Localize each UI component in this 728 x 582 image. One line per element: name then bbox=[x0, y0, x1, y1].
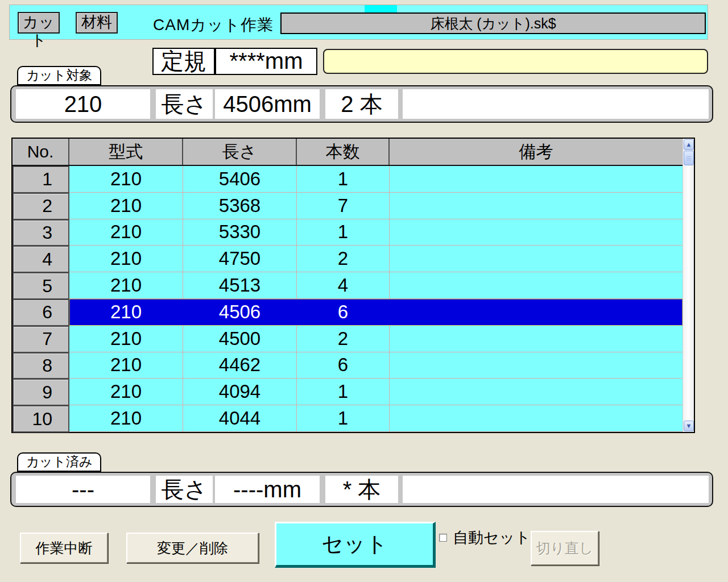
cut-done-length-field: ----mm bbox=[215, 476, 320, 503]
header-length: 長さ bbox=[183, 139, 297, 165]
scrollbar-track[interactable] bbox=[683, 165, 694, 420]
row-length-cell[interactable]: 4750 bbox=[183, 246, 297, 272]
row-number-cell: 2 bbox=[13, 193, 69, 220]
row-number-cell: 10 bbox=[13, 405, 69, 433]
cyan-marker bbox=[365, 5, 397, 13]
title-bar: カット 材料 CAMカット作業 床根太 (カット).sk$ bbox=[9, 5, 708, 40]
row-count-cell[interactable]: 7 bbox=[297, 193, 390, 219]
row-count-cell[interactable]: 6 bbox=[297, 352, 390, 379]
table-row[interactable]: 2 210 5368 7 bbox=[13, 193, 682, 219]
cut-target-label: カット対象 bbox=[17, 66, 101, 85]
row-model-cell[interactable]: 210 bbox=[69, 246, 183, 272]
cut-done-panel: --- 長さ ----mm * 本 bbox=[10, 472, 713, 507]
table-row[interactable]: 6 210 4506 6 bbox=[13, 299, 682, 326]
row-note-cell[interactable] bbox=[390, 219, 682, 246]
row-number-cell: 8 bbox=[13, 352, 69, 380]
row-model-cell[interactable]: 210 bbox=[69, 405, 183, 431]
work-interrupt-button[interactable]: 作業中断 bbox=[20, 533, 108, 563]
row-note-cell[interactable] bbox=[390, 379, 682, 405]
cut-target-model-field: 210 bbox=[16, 89, 150, 119]
row-number-cell: 4 bbox=[13, 246, 69, 273]
cut-done-note-field bbox=[403, 476, 709, 503]
app-title: CAMカット作業 bbox=[153, 14, 274, 36]
table-row[interactable]: 4 210 4750 2 bbox=[13, 246, 682, 272]
row-model-cell[interactable]: 210 bbox=[69, 299, 183, 325]
row-model-cell[interactable]: 210 bbox=[69, 352, 183, 379]
cut-done-label: カット済み bbox=[17, 452, 101, 472]
row-length-cell[interactable]: 4506 bbox=[183, 299, 297, 325]
row-note-cell[interactable] bbox=[390, 299, 682, 325]
cut-mode-button[interactable]: カット bbox=[18, 12, 60, 34]
row-number-cell: 7 bbox=[13, 326, 69, 353]
cut-done-length-label: 長さ bbox=[156, 476, 213, 503]
table-row[interactable]: 8 210 4462 6 bbox=[13, 352, 682, 379]
set-button[interactable]: セット bbox=[275, 522, 436, 568]
scroll-up-icon[interactable]: ▲ bbox=[684, 139, 694, 150]
table-row[interactable]: 5 210 4513 4 bbox=[13, 272, 682, 299]
row-number-cell: 1 bbox=[13, 166, 69, 193]
header-count: 本数 bbox=[297, 139, 390, 165]
row-number-cell: 9 bbox=[13, 379, 69, 406]
row-count-cell[interactable]: 2 bbox=[297, 326, 390, 352]
row-length-cell[interactable]: 4500 bbox=[183, 326, 297, 352]
row-model-cell[interactable]: 210 bbox=[69, 193, 183, 219]
row-model-cell[interactable]: 210 bbox=[69, 379, 183, 405]
ruler-label: 定規 bbox=[152, 48, 215, 75]
cut-target-length-field: 4506mm bbox=[215, 89, 320, 119]
row-note-cell[interactable] bbox=[390, 166, 682, 192]
row-count-cell[interactable]: 1 bbox=[297, 379, 390, 405]
row-count-cell[interactable]: 1 bbox=[297, 405, 390, 431]
table-row[interactable]: 7 210 4500 2 bbox=[13, 326, 682, 352]
row-count-cell[interactable]: 2 bbox=[297, 246, 390, 272]
table-row[interactable]: 3 210 5330 1 bbox=[13, 219, 682, 246]
row-count-cell[interactable]: 1 bbox=[297, 166, 390, 192]
cut-target-count-field: 2 本 bbox=[325, 89, 398, 119]
cut-target-panel: 210 長さ 4506mm 2 本 bbox=[10, 85, 713, 123]
row-number-cell: 3 bbox=[13, 219, 69, 247]
ruler-spare-field bbox=[323, 49, 708, 74]
cam-cut-window: カット 材料 CAMカット作業 床根太 (カット).sk$ 定規 ****mm … bbox=[0, 0, 728, 582]
row-length-cell[interactable]: 5368 bbox=[183, 193, 297, 219]
header-no: No. bbox=[13, 139, 69, 165]
auto-set-checkbox[interactable] bbox=[439, 534, 447, 542]
row-note-cell[interactable] bbox=[390, 272, 682, 298]
cut-list-table: No. 型式 長さ 本数 備考 1 210 5406 1 2 210 5368 … bbox=[11, 138, 695, 433]
row-note-cell[interactable] bbox=[390, 193, 682, 219]
row-length-cell[interactable]: 4462 bbox=[183, 352, 297, 379]
row-count-cell[interactable]: 6 bbox=[297, 299, 390, 325]
row-length-cell[interactable]: 4044 bbox=[183, 405, 297, 431]
row-count-cell[interactable]: 4 bbox=[297, 272, 390, 298]
row-length-cell[interactable]: 5330 bbox=[183, 219, 297, 246]
row-note-cell[interactable] bbox=[390, 352, 682, 379]
row-length-cell[interactable]: 5406 bbox=[183, 166, 297, 192]
table-scrollbar[interactable]: ▲ ▼ bbox=[682, 139, 694, 432]
table-header-row: No. 型式 長さ 本数 備考 bbox=[13, 139, 682, 166]
auto-set-label: 自動セット bbox=[453, 527, 531, 548]
row-note-cell[interactable] bbox=[390, 405, 682, 431]
row-model-cell[interactable]: 210 bbox=[69, 272, 183, 298]
row-count-cell[interactable]: 1 bbox=[297, 219, 390, 246]
row-note-cell[interactable] bbox=[390, 326, 682, 352]
scroll-down-icon[interactable]: ▼ bbox=[684, 421, 694, 431]
material-mode-button[interactable]: 材料 bbox=[76, 12, 118, 34]
auto-set-group: 自動セット bbox=[439, 527, 531, 548]
table-row[interactable]: 9 210 4094 1 bbox=[13, 379, 682, 405]
table-body: 1 210 5406 1 2 210 5368 7 3 210 5330 1 4… bbox=[13, 166, 682, 432]
file-name-field: 床根太 (カット).sk$ bbox=[280, 13, 706, 34]
cut-target-note-field bbox=[403, 89, 709, 119]
modify-delete-button[interactable]: 変更／削除 bbox=[126, 533, 259, 563]
header-note: 備考 bbox=[390, 139, 682, 165]
ruler-value-field: ****mm bbox=[215, 48, 317, 75]
scrollbar-thumb[interactable] bbox=[684, 151, 694, 165]
row-model-cell[interactable]: 210 bbox=[69, 166, 183, 192]
row-note-cell[interactable] bbox=[390, 246, 682, 272]
cut-target-length-label: 長さ bbox=[156, 89, 213, 119]
row-length-cell[interactable]: 4513 bbox=[183, 272, 297, 298]
row-number-cell: 6 bbox=[13, 299, 69, 326]
row-model-cell[interactable]: 210 bbox=[69, 326, 183, 352]
recut-button: 切り直し bbox=[531, 531, 599, 566]
table-row[interactable]: 10 210 4044 1 bbox=[13, 405, 682, 432]
row-length-cell[interactable]: 4094 bbox=[183, 379, 297, 405]
table-row[interactable]: 1 210 5406 1 bbox=[13, 166, 682, 193]
row-model-cell[interactable]: 210 bbox=[69, 219, 183, 246]
